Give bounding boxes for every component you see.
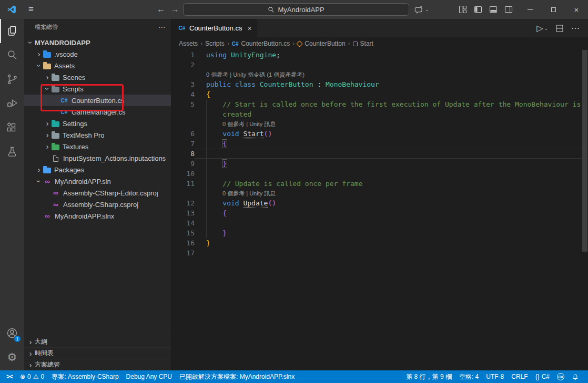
codelens-text[interactable]: 0 個參考 | Unity 指令碼 (1 個資產參考) [195, 70, 588, 79]
code-editor[interactable]: 1using UnityEngine;20 個參考 | Unity 指令碼 (1… [171, 50, 588, 370]
codelens-text[interactable]: 0 個參考 | Unity 訊息 [195, 119, 588, 129]
panel-timeline[interactable]: › 時間表 [24, 347, 171, 359]
sidebar-title: 檔案總管 [35, 23, 58, 31]
tree-item-scenes[interactable]: ›Scenes [24, 71, 171, 83]
chevron-right-icon[interactable]: › [35, 50, 43, 58]
toggle-primary-sidebar-icon[interactable] [474, 5, 482, 14]
editor-scrollbar[interactable] [582, 50, 587, 252]
codelens-row: 0 個參考 | Unity 指令碼 (1 個資產參考) [171, 70, 588, 79]
more-actions-icon[interactable]: ⋯ [571, 23, 580, 33]
csdevkit-status[interactable]: C# [553, 370, 568, 383]
account-button[interactable]: 1 [0, 321, 24, 345]
tree-item-settings[interactable]: ›Settings [24, 118, 171, 129]
build-config-status[interactable]: Debug Any CPU [123, 370, 176, 383]
tree-item-label: InputSystem_Actions.inputactions [63, 154, 166, 162]
breadcrumb-class[interactable]: CounterButton [305, 40, 345, 47]
source-control-activity-button[interactable] [0, 67, 24, 91]
encoding-status[interactable]: UTF-8 [482, 370, 508, 383]
settings-button[interactable]: ⚙ [0, 345, 24, 369]
toggle-panel-icon[interactable] [489, 5, 498, 14]
chevron-right-icon[interactable]: › [43, 143, 52, 150]
run-debug-activity-button[interactable] [0, 91, 24, 116]
csharp-file-icon: C# [178, 25, 186, 31]
codelens-text[interactable]: 0 個參考 | Unity 訊息 [195, 189, 588, 198]
chevron-right-icon[interactable]: › [43, 131, 52, 139]
line-number [171, 109, 195, 119]
notifications-button[interactable] [568, 370, 583, 383]
customize-layout-icon[interactable] [459, 5, 467, 14]
tab-counterbutton[interactable]: C# CounterButton.cs × [171, 19, 257, 37]
panel-solution-explorer[interactable]: › 方案總管 [24, 359, 171, 370]
indentation-status[interactable]: 空格: 4 [455, 370, 482, 383]
code-text: { [195, 139, 588, 149]
tree-item-gamemanager.cs[interactable]: ›C#GameManager.cs [24, 106, 171, 118]
tree-item-inputsystem_actions.inputactions[interactable]: ›InputSystem_Actions.inputactions [24, 152, 171, 164]
tree-item-label: MYANDROIDAPP [35, 39, 90, 47]
forward-arrow-icon[interactable]: → [168, 0, 182, 19]
chevron-right-icon[interactable]: › [43, 74, 52, 81]
code-line: 6 void Start() [171, 129, 588, 139]
tree-item-.vscode[interactable]: ›.vscode [24, 48, 171, 60]
minimize-button[interactable] [519, 0, 542, 19]
chevron-down-icon[interactable]: › [35, 177, 43, 185]
tree-item-assets[interactable]: ›Assets [24, 60, 171, 71]
chevron-down-icon[interactable]: › [35, 61, 43, 70]
tree-item-textmesh-pro[interactable]: ›TextMesh Pro [24, 129, 171, 141]
maximize-button[interactable] [542, 0, 565, 19]
run-button[interactable]: ▷ ⌄ [536, 23, 548, 33]
code-line: 10 [171, 169, 588, 179]
tree-item-myandroidapp.slnx[interactable]: ›∞MyAndroidAPP.slnx [24, 210, 171, 222]
toggle-secondary-sidebar-icon[interactable] [504, 5, 513, 14]
breadcrumb-method[interactable]: Start [360, 40, 373, 47]
solution-status[interactable]: 已開啟解決方案檔案: MyAndroidAPP.slnx [176, 370, 298, 383]
command-center-search[interactable]: MyAndroidAPP [183, 3, 409, 16]
folder-icon [52, 87, 59, 92]
line-number: 7 [171, 139, 195, 149]
line-number: 13 [171, 208, 195, 218]
warning-icon: ⚠ [33, 373, 39, 380]
cursor-position[interactable]: 第 8 行，第 9 欄 [402, 370, 455, 383]
split-editor-icon[interactable] [555, 24, 564, 33]
chevron-right-icon[interactable]: › [35, 166, 43, 173]
remote-indicator[interactable]: >< [5, 370, 16, 383]
extensions-activity-button[interactable] [0, 116, 24, 140]
eol-status[interactable]: CRLF [508, 370, 531, 383]
problems-indicator[interactable]: ⊗ 0 ⚠ 0 [16, 370, 48, 383]
search-activity-button[interactable] [0, 43, 24, 67]
back-arrow-icon[interactable]: ← [154, 0, 168, 19]
tree-item-textures[interactable]: ›Textures [24, 141, 171, 152]
tree-item-assembly-csharp.csproj[interactable]: ›∞Assembly-CSharp.csproj [24, 199, 171, 210]
line-number: 3 [171, 79, 195, 89]
breadcrumb-scripts[interactable]: Scripts [205, 40, 225, 47]
testing-activity-button[interactable] [0, 140, 24, 164]
breadcrumb-file[interactable]: CounterButton.cs [241, 40, 290, 47]
window-controls: × [519, 0, 588, 19]
copilot-button[interactable]: ⌄ [414, 0, 429, 19]
close-tab-icon[interactable]: × [247, 24, 251, 33]
code-text [195, 169, 588, 179]
menu-icon[interactable]: ≡ [23, 0, 39, 19]
tree-item-counterbutton.cs[interactable]: ›C#CounterButton.cs [24, 95, 171, 106]
project-status[interactable]: 專案: Assembly-CSharp [48, 370, 122, 383]
tree-item-packages[interactable]: ›Packages [24, 164, 171, 175]
code-text [195, 248, 588, 258]
language-mode[interactable]: {} C# [532, 370, 553, 383]
tree-item-assembly-csharp-editor.csproj[interactable]: ›∞Assembly-CSharp-Editor.csproj [24, 187, 171, 199]
csharp-file-icon: C# [60, 109, 68, 115]
more-actions-icon[interactable]: ⋯ [158, 23, 166, 31]
chevron-right-icon[interactable]: › [43, 120, 52, 127]
breadcrumb: Assets › Scripts › C# CounterButton.cs ›… [171, 37, 588, 50]
explorer-activity-button[interactable] [0, 19, 24, 43]
line-number [171, 119, 195, 129]
line-number: 16 [171, 238, 195, 248]
chevron-down-icon[interactable]: › [27, 38, 34, 47]
tree-item-myandroidapp.sln[interactable]: ›∞MyAndroidAPP.sln [24, 175, 171, 187]
breadcrumb-assets[interactable]: Assets [179, 40, 198, 47]
bell-icon [572, 373, 579, 380]
close-button[interactable]: × [565, 0, 588, 19]
chevron-down-icon[interactable]: › [44, 85, 51, 93]
panel-outline[interactable]: › 大綱 [24, 336, 171, 347]
tree-item-myandroidapp[interactable]: ›MYANDROIDAPP [24, 37, 171, 48]
tree-item-scripts[interactable]: ›Scripts [24, 83, 171, 95]
line-number: 15 [171, 228, 195, 238]
